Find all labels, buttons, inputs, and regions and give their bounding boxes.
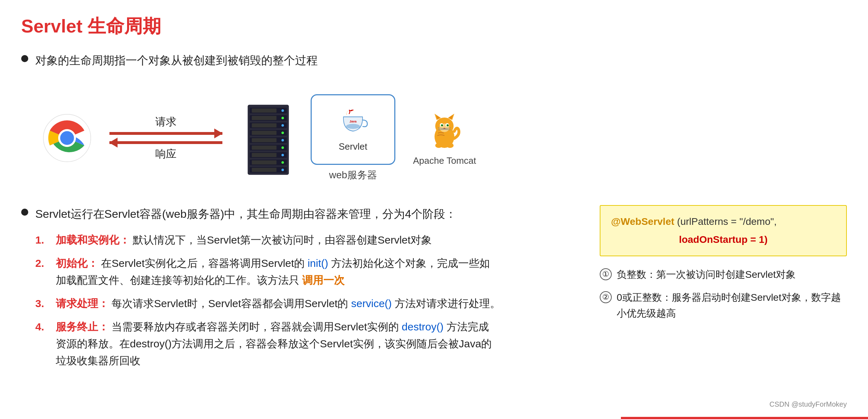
bullet-dot-1 (21, 55, 28, 62)
bullet-text-2: Servlet运行在Servlet容器(web服务器)中，其生命周期由容器来管理… (35, 205, 456, 223)
step-4-num: 4. (35, 318, 49, 335)
step-4-normal1: 当需要释放内存或者容器关闭时，容器就会调用Servlet实例的 (112, 321, 399, 333)
svg-point-13 (281, 109, 284, 112)
step-4-normal3: 资源的释放。在destroy()方法调用之后，容器会释放这个Servlet实例，… (56, 338, 492, 349)
svg-rect-26 (252, 138, 276, 143)
web-server-label: web服务器 (329, 168, 377, 182)
svg-point-18 (281, 146, 284, 149)
right-item-1: ① 负整数：第一次被访问时创建Servlet对象 (600, 267, 847, 283)
circle-1: ① (600, 268, 612, 280)
step-1-red: 加载和实例化： (56, 234, 130, 246)
svg-point-21 (281, 169, 284, 171)
step-1-normal: 默认情况下，当Servlet第一次被访问时，由容器创建Servlet对象 (133, 234, 432, 246)
code-line2-text: loadOnStartup = 1) (679, 234, 767, 245)
code-line2: loadOnStartup = 1) (611, 231, 836, 249)
request-label: 请求 (155, 115, 176, 129)
step-4-red: 服务终止： (56, 321, 109, 333)
svg-rect-24 (252, 124, 276, 128)
step-4-blue: destroy() (402, 321, 443, 333)
step-3-red: 请求处理： (56, 298, 109, 309)
step-2-blue: init() (307, 257, 328, 269)
step-4: 4. 服务终止： 当需要释放内存或者容器关闭时，容器就会调用Servlet实例的… (35, 318, 579, 369)
svg-point-52 (447, 143, 454, 148)
svg-point-44 (442, 125, 443, 126)
right-text-1: 负整数：第一次被访问时创建Servlet对象 (617, 267, 796, 283)
servlet-container-box: Java Servlet (311, 94, 395, 165)
servlet-label: Servlet (339, 141, 367, 152)
footer-credit: CSDN @studyForMokey (770, 400, 847, 408)
right-arrow (109, 132, 222, 135)
right-text-2: 0或正整数：服务器启动时创建Servlet对象，数字越小优先级越高 (617, 290, 847, 322)
step-1: 1. 加载和实例化： 默认情况下，当Servlet第一次被访问时，由容器创建Se… (35, 232, 579, 249)
server-rack-icon (240, 103, 297, 173)
code-annotation: @WebServlet (611, 216, 674, 227)
svg-point-31 (346, 124, 360, 128)
numbered-list: 1. 加载和实例化： 默认情况下，当Servlet第一次被访问时，由容器创建Se… (35, 232, 579, 369)
svg-point-17 (281, 139, 284, 142)
step-2: 2. 初始化： 在Servlet实例化之后，容器将调用Servlet的 init… (35, 255, 579, 289)
apache-tomcat-area: Apache Tomcat (413, 110, 476, 166)
svg-point-20 (281, 161, 284, 164)
red-bottom-line (621, 417, 868, 419)
svg-rect-27 (252, 146, 276, 150)
step-2-text: 初始化： 在Servlet实例化之后，容器将调用Servlet的 init() … (56, 255, 490, 289)
web-server-box: Java Servlet web服务器 (311, 94, 395, 182)
step-4-normal4: 垃圾收集器所回收 (56, 355, 140, 366)
bullet-1: 对象的生命周期指一个对象从被创建到被销毁的整个过程 (21, 52, 847, 70)
step-4-normal2: 方法完成 (447, 321, 489, 333)
svg-rect-29 (252, 161, 276, 165)
step-3-text: 请求处理： 每次请求Servlet时，Servlet容器都会调用Servlet的… (56, 295, 501, 312)
svg-text:Java: Java (349, 120, 357, 123)
lower-section: Servlet运行在Servlet容器(web服务器)中，其生命周期由容器来管理… (21, 205, 847, 376)
step-3: 3. 请求处理： 每次请求Servlet时，Servlet容器都会调用Servl… (35, 295, 579, 312)
svg-rect-23 (252, 116, 276, 120)
svg-rect-28 (252, 153, 276, 157)
arrow-section: 请求 响应 (102, 115, 229, 161)
step-3-normal1: 每次请求Servlet时，Servlet容器都会调用Servlet的 (112, 298, 348, 309)
svg-point-19 (281, 154, 284, 156)
left-content: Servlet运行在Servlet容器(web服务器)中，其生命周期由容器来管理… (21, 205, 579, 376)
right-panel: @WebServlet (urlPatterns = "/demo", load… (600, 205, 847, 376)
page-title: Servlet 生命周期 (21, 14, 847, 39)
response-label: 响应 (155, 147, 176, 161)
step-1-text: 加载和实例化： 默认情况下，当Servlet第一次被访问时，由容器创建Servl… (56, 232, 432, 249)
step-1-num: 1. (35, 232, 49, 249)
svg-point-2 (60, 131, 74, 145)
bullet-text-1: 对象的生命周期指一个对象从被创建到被销毁的整个过程 (35, 52, 318, 70)
diagram-area: 请求 响应 (42, 78, 847, 198)
svg-rect-22 (252, 109, 276, 113)
svg-rect-30 (252, 168, 276, 172)
bullet-2: Servlet运行在Servlet容器(web服务器)中，其生命周期由容器来管理… (21, 205, 579, 223)
apache-tomcat-label: Apache Tomcat (413, 155, 476, 166)
step-2-normal2: 方法初始化这个对象，完成一些如 (331, 257, 490, 269)
step-2-red: 初始化： (56, 257, 98, 269)
step-2-normal1: 在Servlet实例化之后，容器将调用Servlet的 (101, 257, 305, 269)
left-arrow (109, 141, 222, 144)
right-item-2: ② 0或正整数：服务器启动时创建Servlet对象，数字越小优先级越高 (600, 290, 847, 322)
svg-point-15 (281, 124, 284, 127)
code-line1: @WebServlet (urlPatterns = "/demo", (611, 213, 836, 231)
circle-2: ② (600, 291, 612, 303)
step-3-num: 3. (35, 295, 49, 312)
code-box: @WebServlet (urlPatterns = "/demo", load… (600, 205, 847, 256)
step-2-orange: 调用一次 (302, 274, 345, 286)
bullet-dot-2 (21, 209, 28, 216)
step-3-blue: service() (351, 298, 392, 309)
step-3-normal2: 方法对请求进行处理。 (395, 298, 501, 309)
svg-rect-25 (252, 131, 276, 135)
svg-point-14 (281, 117, 284, 119)
chrome-icon (42, 113, 92, 163)
svg-point-51 (435, 143, 442, 148)
step-2-normal3: 加载配置文件、创建连接等初始化的工作。该方法只 (56, 274, 299, 286)
svg-point-16 (281, 132, 284, 134)
code-line1-rest: (urlPatterns = "/demo", (677, 216, 777, 227)
step-2-num: 2. (35, 255, 49, 272)
svg-point-45 (448, 125, 449, 126)
step-4-text: 服务终止： 当需要释放内存或者容器关闭时，容器就会调用Servlet实例的 de… (56, 318, 492, 369)
